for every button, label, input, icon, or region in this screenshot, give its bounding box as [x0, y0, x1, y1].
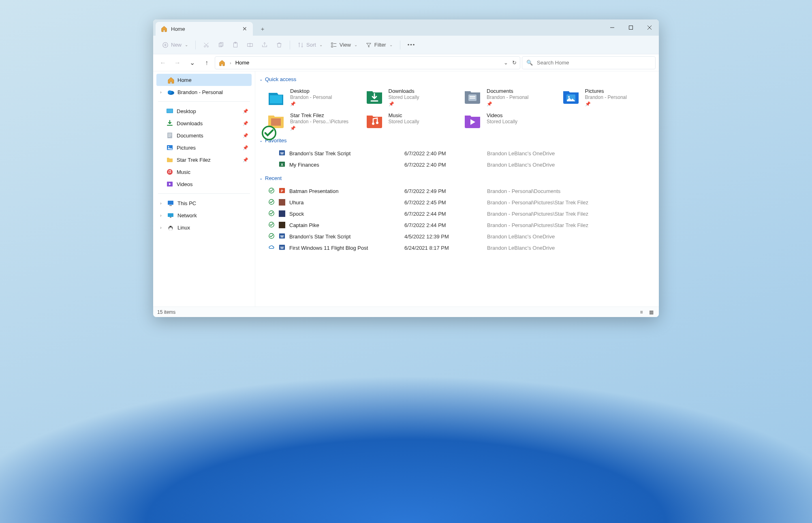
- downloads-icon: [166, 120, 173, 127]
- maximize-button[interactable]: [622, 19, 640, 36]
- history-dropdown-button[interactable]: ⌄: [504, 60, 508, 66]
- cut-button[interactable]: [200, 39, 213, 51]
- music-icon: [166, 168, 173, 176]
- file-row[interactable]: Spock6/7/2022 2:44 PMBrandon - Personal\…: [267, 208, 652, 219]
- sort-button[interactable]: Sort⌄: [294, 39, 326, 51]
- network-icon: [167, 212, 174, 219]
- sync-status-icon: [268, 199, 277, 206]
- content-pane: ⌄ Quick access DesktopBrandon - Personal…: [255, 71, 659, 307]
- file-name: Uhura: [289, 199, 403, 206]
- up-button[interactable]: ↑: [200, 56, 213, 69]
- sidebar-item-desktop[interactable]: Desktop📌: [156, 105, 252, 117]
- quick-access-item[interactable]: DesktopBrandon - Personal📌: [267, 87, 357, 107]
- refresh-button[interactable]: ↻: [512, 60, 517, 66]
- more-button[interactable]: •••: [404, 39, 419, 50]
- breadcrumb[interactable]: › Home ⌄ ↻: [215, 56, 520, 69]
- quick-access-item[interactable]: DocumentsBrandon - Personal📌: [463, 87, 553, 107]
- sidebar-item-label: Downloads: [177, 120, 203, 126]
- pin-icon: 📌: [290, 126, 348, 131]
- item-name: Pictures: [585, 88, 627, 94]
- sidebar: Home›Brandon - Personal Desktop📌Download…: [153, 71, 255, 307]
- file-name: Brandon's Star Trek Script: [289, 234, 403, 240]
- sort-icon: [297, 42, 304, 48]
- sidebar-item-label: Network: [177, 212, 197, 219]
- sidebar-item-music[interactable]: Music: [156, 166, 252, 178]
- folder-icon: [166, 156, 173, 163]
- quick-access-item[interactable]: VideosStored Locally: [463, 111, 553, 132]
- copy-button[interactable]: [214, 39, 227, 51]
- delete-button[interactable]: [273, 39, 286, 51]
- sidebar-item-label: This PC: [177, 200, 196, 206]
- view-button[interactable]: View⌄: [327, 39, 361, 51]
- file-type-icon: [279, 222, 288, 228]
- sidebar-item-label: Music: [177, 169, 190, 175]
- file-row[interactable]: First Windows 11 Flight Blog Post6/24/20…: [267, 242, 652, 253]
- section-favorites[interactable]: ⌄ Favorites: [259, 136, 652, 145]
- rename-icon: [247, 42, 253, 48]
- rename-button[interactable]: [244, 39, 256, 51]
- file-row[interactable]: Batman Presentation6/7/2022 2:49 PMBrand…: [267, 185, 652, 197]
- quick-access-item[interactable]: PicturesBrandon - Personal📌: [562, 87, 652, 107]
- trash-icon: [276, 42, 282, 48]
- svg-rect-45: [235, 42, 236, 43]
- minimize-button[interactable]: [603, 19, 622, 36]
- sidebar-item-network[interactable]: ›Network: [156, 209, 252, 221]
- file-row[interactable]: My Finances6/7/2022 2:40 PMBrandon LeBla…: [267, 159, 652, 170]
- file-location: Brandon LeBlanc's OneDrive: [487, 162, 652, 168]
- share-button[interactable]: [258, 39, 271, 51]
- pin-icon: 📌: [243, 121, 248, 126]
- sidebar-item-home[interactable]: Home: [156, 74, 252, 86]
- sidebar-item-downloads[interactable]: Downloads📌: [156, 117, 252, 129]
- new-tab-button[interactable]: ＋: [259, 26, 266, 32]
- downloads-folder-icon: [366, 88, 384, 105]
- sidebar-item-this-pc[interactable]: ›This PC: [156, 197, 252, 209]
- svg-rect-47: [331, 43, 333, 44]
- file-date: 6/24/2021 8:17 PM: [404, 245, 485, 251]
- item-location: Brandon - Perso...\Pictures: [290, 119, 348, 124]
- file-row[interactable]: Uhura6/7/2022 2:45 PMBrandon - Personal\…: [267, 197, 652, 208]
- file-row[interactable]: Captain Pike6/7/2022 2:44 PMBrandon - Pe…: [267, 219, 652, 231]
- sync-status-icon: [268, 210, 277, 218]
- new-button[interactable]: New⌄: [159, 39, 191, 51]
- divider: [158, 101, 250, 102]
- sidebar-item-star-trek-filez[interactable]: Star Trek Filez📌: [156, 154, 252, 166]
- quick-access-item[interactable]: MusicStored Locally: [365, 111, 455, 132]
- file-date: 6/7/2022 2:44 PM: [404, 222, 485, 228]
- sidebar-item-videos[interactable]: Videos: [156, 178, 252, 190]
- tab-home[interactable]: Home ✕: [156, 22, 253, 36]
- section-quick-access[interactable]: ⌄ Quick access: [259, 75, 652, 84]
- large-icons-view-button[interactable]: ▦: [647, 309, 655, 316]
- quick-access-item[interactable]: DownloadsStored Locally📌: [365, 87, 455, 107]
- recent-locations-button[interactable]: ⌄: [186, 56, 199, 69]
- chevron-down-icon: ⌄: [259, 77, 263, 81]
- sidebar-item-linux[interactable]: ›Linux: [156, 221, 252, 234]
- filter-button[interactable]: Filter⌄: [362, 39, 396, 51]
- close-window-button[interactable]: [640, 19, 659, 36]
- sidebar-item-brandon-personal[interactable]: ›Brandon - Personal: [156, 86, 252, 98]
- pin-icon: 📌: [487, 101, 528, 107]
- pin-icon: 📌: [243, 157, 248, 163]
- file-row[interactable]: Brandon's Star Trek Script4/5/2022 12:39…: [267, 231, 652, 242]
- file-type-icon: [279, 187, 288, 195]
- quick-access-item[interactable]: Star Trek FilezBrandon - Perso...\Pictur…: [267, 111, 357, 132]
- close-tab-button[interactable]: ✕: [241, 26, 248, 32]
- photo-folder-icon: [267, 112, 285, 129]
- chevron-down-icon: ⌄: [259, 176, 263, 180]
- documents-icon: [166, 132, 173, 139]
- paste-button[interactable]: [229, 39, 242, 51]
- details-view-button[interactable]: ≡: [638, 309, 645, 316]
- pictures-folder-icon: [562, 88, 580, 105]
- thispc-icon: [167, 199, 174, 207]
- svg-rect-44: [234, 43, 237, 47]
- file-type-icon: [279, 161, 288, 169]
- back-button[interactable]: ←: [156, 56, 169, 69]
- search-icon: 🔍: [526, 60, 533, 66]
- sidebar-item-documents[interactable]: Documents📌: [156, 129, 252, 141]
- file-row[interactable]: Brandon's Star Trek Script6/7/2022 2:40 …: [267, 148, 652, 159]
- sidebar-item-pictures[interactable]: Pictures📌: [156, 141, 252, 154]
- forward-button[interactable]: →: [171, 56, 184, 69]
- section-recent[interactable]: ⌄ Recent: [259, 174, 652, 183]
- item-location: Brandon - Personal: [487, 94, 528, 100]
- search-box[interactable]: 🔍: [522, 56, 656, 69]
- search-input[interactable]: [537, 60, 651, 66]
